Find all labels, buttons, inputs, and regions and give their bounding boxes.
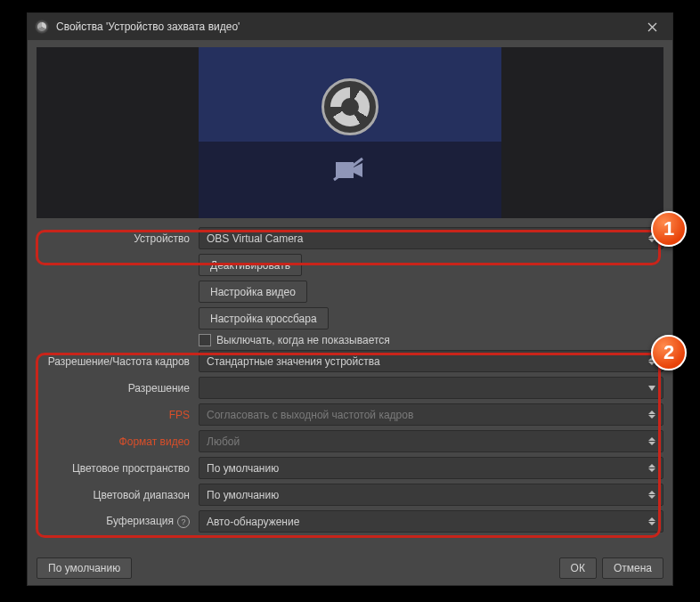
close-icon bbox=[647, 22, 657, 32]
mute-when-hidden-label: Выключать, когда не показывается bbox=[216, 334, 390, 346]
res-fps-label: Разрешение/Частота кадров bbox=[37, 355, 199, 368]
dialog-footer: По умолчанию ОК Отмена bbox=[28, 551, 672, 585]
cancel-button[interactable]: Отмена bbox=[602, 557, 663, 579]
preview-placeholder bbox=[199, 47, 501, 218]
spinner-icon bbox=[644, 485, 660, 504]
obs-icon bbox=[35, 20, 49, 34]
video-format-select[interactable]: Любой bbox=[199, 430, 663, 452]
properties-dialog: Свойства 'Устройство захвата видео' Устр… bbox=[27, 12, 673, 586]
device-select[interactable]: OBS Virtual Camera bbox=[199, 227, 663, 249]
preview-area bbox=[37, 47, 663, 218]
deactivate-button[interactable]: Деактивировать bbox=[199, 254, 302, 276]
spinner-icon bbox=[644, 459, 660, 477]
device-value: OBS Virtual Camera bbox=[207, 232, 304, 245]
resolution-label: Разрешение bbox=[37, 382, 199, 395]
video-setup-button[interactable]: Настройка видео bbox=[199, 281, 307, 303]
help-icon[interactable]: ? bbox=[177, 516, 190, 528]
fps-select[interactable]: Согласовать с выходной частотой кадров bbox=[199, 403, 663, 426]
spinner-icon bbox=[644, 512, 660, 531]
defaults-button[interactable]: По умолчанию bbox=[37, 557, 132, 579]
device-label: Устройство bbox=[37, 232, 199, 245]
color-range-label: Цветовой диапазон bbox=[37, 489, 199, 501]
color-space-label: Цветовое пространство bbox=[37, 462, 199, 475]
spinner-icon bbox=[644, 432, 660, 451]
ok-button[interactable]: ОК bbox=[559, 557, 597, 579]
fps-label: FPS bbox=[37, 409, 199, 421]
color-space-select[interactable]: По умолчанию bbox=[199, 457, 663, 479]
buffering-select[interactable]: Авто-обнаружение bbox=[199, 510, 663, 533]
color-range-select[interactable]: По умолчанию bbox=[199, 484, 663, 506]
crossbar-setup-button[interactable]: Настройка кроссбара bbox=[199, 307, 329, 329]
spinner-icon bbox=[644, 405, 660, 424]
annotation-badge-1: 1 bbox=[651, 211, 687, 247]
mute-when-hidden-checkbox[interactable] bbox=[199, 334, 211, 346]
titlebar: Свойства 'Устройство захвата видео' bbox=[28, 13, 672, 40]
obs-logo-icon bbox=[322, 78, 378, 135]
buffering-label: Буферизация? bbox=[37, 515, 199, 528]
annotation-badge-2: 2 bbox=[651, 335, 687, 370]
close-button[interactable] bbox=[639, 13, 665, 40]
res-fps-select[interactable]: Стандартные значения устройства bbox=[199, 350, 663, 372]
camera-off-icon bbox=[332, 157, 368, 187]
window-title: Свойства 'Устройство захвата видео' bbox=[56, 20, 240, 33]
video-format-label: Формат видео bbox=[37, 435, 199, 448]
chevron-down-icon bbox=[644, 378, 660, 397]
resolution-select[interactable] bbox=[199, 377, 663, 399]
